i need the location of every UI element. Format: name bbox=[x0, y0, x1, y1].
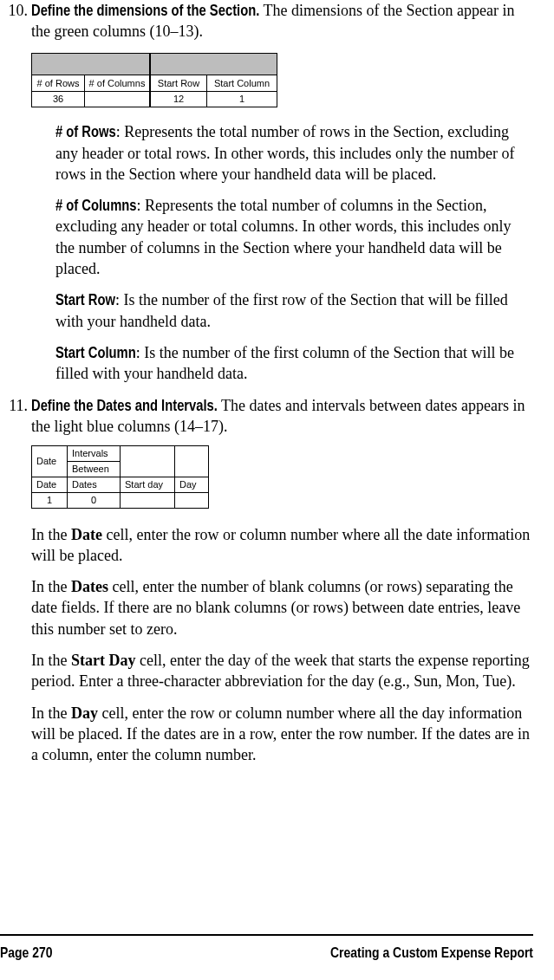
para-dates-pre: In the bbox=[31, 578, 71, 595]
table-row: Date Dates Start day Day bbox=[32, 477, 209, 492]
content: 10. Define the dimensions of the Section… bbox=[0, 0, 533, 765]
para-dates-bold: Dates bbox=[71, 578, 108, 595]
dimensions-table: # of Rows # of Columns Start Row Start C… bbox=[31, 53, 277, 108]
step-11-title: Define the Dates and Intervals. bbox=[31, 396, 218, 414]
def-startrow: Start Row: Is the number of the first ro… bbox=[55, 289, 533, 332]
step-11-number: 11. bbox=[0, 395, 31, 438]
step-10-number: 10. bbox=[0, 0, 31, 42]
def-startrow-text: : Is the number of the first row of the … bbox=[55, 291, 508, 329]
para-startday-bold: Start Day bbox=[71, 652, 136, 669]
definitions: # of Rows: Represents the total number o… bbox=[55, 121, 533, 384]
val-startrow: 12 bbox=[150, 92, 207, 107]
def-rows-label: # of Rows bbox=[55, 122, 116, 140]
para-day-pre: In the bbox=[31, 704, 71, 722]
hdr-blank4 bbox=[175, 446, 209, 477]
table-row: 36 12 1 bbox=[32, 92, 277, 107]
para-day-bold: Day bbox=[71, 704, 98, 722]
page-footer: Page 270 Creating a Custom Expense Repor… bbox=[0, 934, 533, 963]
def-startcol: Start Column: Is the number of the first… bbox=[55, 342, 533, 385]
val-startcol: 1 bbox=[207, 92, 277, 107]
page: 10. Define the dimensions of the Section… bbox=[0, 0, 554, 980]
def-columns: # of Columns: Represents the total numbe… bbox=[55, 195, 533, 279]
col-startcol-label: Start Column bbox=[207, 75, 277, 92]
para-date-bold: Date bbox=[71, 526, 102, 543]
def-columns-label: # of Columns bbox=[55, 196, 137, 214]
sub-date: Date bbox=[32, 477, 68, 492]
step-11: 11. Define the Dates and Intervals. The … bbox=[0, 395, 533, 438]
para-date-post: cell, enter the row or column number whe… bbox=[31, 526, 530, 564]
footer-right: Creating a Custom Expense Report bbox=[330, 943, 533, 963]
step-10-title: Define the dimensions of the Section. bbox=[31, 1, 259, 19]
sub-dates: Dates bbox=[68, 477, 121, 492]
para-day-post: cell, enter the row or column number whe… bbox=[31, 704, 530, 764]
def-startrow-label: Start Row bbox=[55, 290, 115, 308]
dates-table: Date Intervals Between Date Dates Start … bbox=[31, 445, 209, 508]
col-columns-label: # of Columns bbox=[85, 75, 151, 92]
header-spacer bbox=[32, 53, 151, 75]
para-date-pre: In the bbox=[31, 526, 71, 543]
para-dates: In the Dates cell, enter the number of b… bbox=[31, 576, 533, 639]
val-date: 1 bbox=[32, 492, 68, 508]
col-startrow-label: Start Row bbox=[150, 75, 207, 92]
val-columns bbox=[85, 92, 151, 107]
hdr-between: Between bbox=[68, 461, 121, 477]
footer-left: Page 270 bbox=[0, 943, 52, 963]
hdr-intervals: Intervals bbox=[68, 446, 121, 462]
para-date: In the Date cell, enter the row or colum… bbox=[31, 524, 533, 567]
para-startday: In the Start Day cell, enter the day of … bbox=[31, 650, 533, 692]
para-startday-pre: In the bbox=[31, 652, 71, 669]
hdr-date: Date bbox=[32, 446, 68, 477]
val-startday bbox=[121, 492, 175, 508]
val-dates: 0 bbox=[68, 492, 121, 508]
val-day bbox=[175, 492, 209, 508]
table-row: # of Rows # of Columns Start Row Start C… bbox=[32, 75, 277, 92]
hdr-blank3 bbox=[121, 446, 175, 477]
step-10: 10. Define the dimensions of the Section… bbox=[0, 0, 533, 42]
step-11-body: Define the Dates and Intervals. The date… bbox=[31, 395, 533, 438]
sub-startday: Start day bbox=[121, 477, 175, 492]
table-row: 1 0 bbox=[32, 492, 209, 508]
def-startcol-label: Start Column bbox=[55, 343, 136, 361]
para-day: In the Day cell, enter the row or column… bbox=[31, 703, 533, 766]
def-rows: # of Rows: Represents the total number o… bbox=[55, 121, 533, 185]
val-rows: 36 bbox=[32, 92, 85, 107]
def-rows-text: : Represents the total number of rows in… bbox=[55, 123, 514, 183]
sub-day: Day bbox=[175, 477, 209, 492]
table-row: Date Intervals bbox=[32, 446, 209, 462]
col-rows-label: # of Rows bbox=[32, 75, 85, 92]
header-spacer bbox=[150, 53, 277, 75]
table-row bbox=[32, 53, 277, 75]
step-10-body: Define the dimensions of the Section. Th… bbox=[31, 0, 533, 42]
